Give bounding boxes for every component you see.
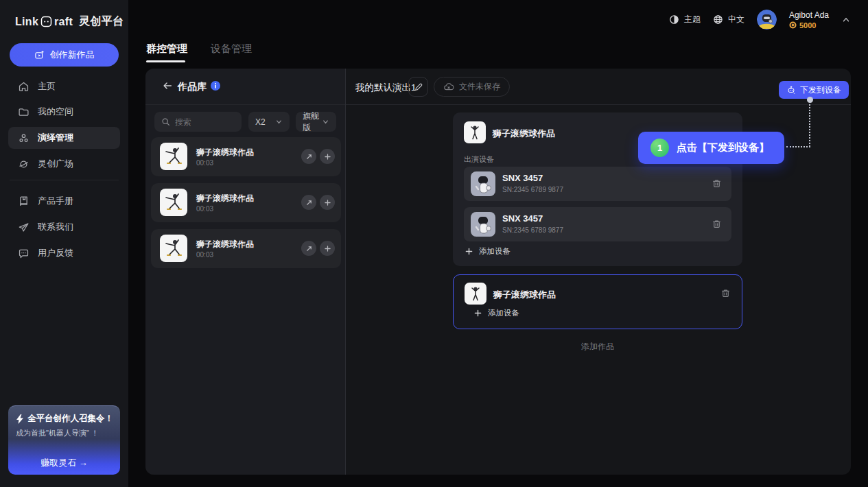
book-icon: [18, 195, 30, 207]
sidebar-item-contact-us[interactable]: 联系我们: [8, 216, 120, 238]
theme-toggle[interactable]: 主题: [669, 14, 701, 25]
work-duration: 00:03: [196, 205, 213, 213]
coin-balance: 5000: [789, 21, 829, 29]
connector-line-horizontal: [786, 146, 810, 147]
back-arrow-icon[interactable]: [162, 80, 173, 91]
step-number-badge: 1: [650, 139, 669, 157]
work-title: 狮子滚绣球作品: [196, 239, 254, 250]
user-name: Agibot Ada: [789, 10, 829, 20]
collapse-chevron-up-icon[interactable]: [841, 15, 851, 25]
robot-head-icon: [786, 85, 796, 95]
app-window: Link raft 灵创平台 创作新作品: [0, 0, 868, 487]
coin-icon: [789, 21, 797, 29]
save-status-pill: 文件未保存: [434, 77, 510, 97]
device-row[interactable]: SNX 3457 SN:2345 6789 9877: [464, 167, 731, 201]
brand-logo-pre: Link: [15, 16, 38, 28]
device-row[interactable]: SNX 3457 SN:2345 6789 9877: [464, 207, 731, 241]
expand-icon[interactable]: [301, 149, 316, 164]
add-device-button[interactable]: 添加设备: [465, 246, 511, 257]
library-header: 作品库: [145, 69, 345, 104]
user-avatar[interactable]: [757, 10, 777, 29]
work-duration: 00:03: [196, 251, 213, 259]
chevron-down-icon: [275, 118, 283, 126]
plus-icon: [465, 248, 473, 255]
add-to-stage-icon[interactable]: [320, 241, 335, 256]
language-switcher[interactable]: 中文: [713, 14, 744, 25]
user-meta: Agibot Ada 5000: [789, 10, 829, 29]
expand-icon[interactable]: [301, 241, 316, 256]
device-serial: SN:2345 6789 9877: [502, 226, 563, 234]
work-title: 狮子滚绣球作品: [493, 128, 555, 140]
speed-filter-dropdown[interactable]: X2: [248, 112, 290, 132]
edit-title-button[interactable]: [408, 77, 428, 97]
tooltip-text: 点击【下发到设备】: [677, 132, 769, 164]
sidebar-item-label: 产品手册: [38, 195, 73, 207]
sidebar-item-label: 联系我们: [38, 221, 73, 233]
creator-promo-card: 全平台创作人召集令！ 成为首批"机器人导演" ！ 赚取灵石 →: [8, 405, 120, 475]
sidebar-item-label: 灵创广场: [38, 158, 73, 170]
library-item[interactable]: 狮子滚绣球作品 00:03: [151, 183, 341, 222]
search-icon: [161, 117, 170, 126]
earn-lingshi-button[interactable]: 赚取灵石 →: [8, 450, 120, 475]
expand-icon[interactable]: [301, 195, 316, 210]
panel-header-divider: [145, 104, 851, 105]
work-thumbnail: [160, 189, 187, 216]
connector-dot: [807, 97, 813, 103]
brand-logo-post: raft: [54, 16, 73, 28]
add-work-button[interactable]: 添加作品: [453, 336, 742, 357]
trash-icon[interactable]: [712, 178, 722, 189]
group-icon: [18, 132, 30, 144]
add-to-stage-icon[interactable]: [320, 195, 335, 210]
tab-group-control[interactable]: 群控管理: [146, 43, 187, 62]
deploy-button-label: 下发到设备: [800, 84, 841, 96]
home-icon: [18, 81, 30, 93]
edition-filter-dropdown[interactable]: 旗舰版: [296, 112, 336, 132]
work-thumbnail: [160, 235, 187, 262]
tab-device-management[interactable]: 设备管理: [211, 43, 252, 62]
search-input[interactable]: [175, 117, 235, 127]
cloud-unsaved-icon: [443, 82, 454, 93]
theme-label: 主题: [684, 14, 701, 25]
sidebar: Link raft 灵创平台 创作新作品: [0, 0, 128, 487]
topbar-actions: 主题 中文 Agibot Ada: [669, 10, 851, 29]
work-title: 狮子滚绣球作品: [493, 289, 556, 301]
brand-robot-face-icon: [40, 16, 52, 27]
device-avatar: [471, 171, 495, 196]
planet-icon: [18, 158, 30, 170]
globe-icon: [713, 14, 723, 25]
video-plus-icon: [34, 50, 45, 60]
work-thumbnail: [465, 283, 486, 305]
sidebar-item-product-manual[interactable]: 产品手册: [8, 190, 120, 212]
library-item[interactable]: 狮子滚绣球作品 00:03: [151, 137, 341, 176]
sidebar-item-my-space[interactable]: 我的空间: [8, 101, 120, 123]
info-icon[interactable]: [211, 81, 220, 91]
work-title: 狮子滚绣球作品: [196, 147, 254, 158]
add-to-stage-icon[interactable]: [320, 149, 335, 164]
plus-icon: [474, 309, 482, 317]
main-tabs: 群控管理 设备管理: [146, 43, 252, 62]
library-item[interactable]: 狮子滚绣球作品 00:03: [151, 229, 341, 268]
sidebar-item-user-feedback[interactable]: 用户反馈: [8, 242, 120, 264]
create-new-work-button[interactable]: 创作新作品: [10, 43, 119, 67]
connector-line-vertical: [809, 104, 810, 147]
folder-icon: [18, 106, 30, 118]
library-title: 作品库: [178, 81, 207, 93]
sidebar-item-performance-management[interactable]: 演绎管理: [8, 127, 120, 149]
deploy-to-device-button[interactable]: 下发到设备: [779, 81, 849, 99]
save-status-text: 文件未保存: [459, 81, 500, 93]
device-avatar: [471, 212, 495, 237]
onboarding-tooltip: 1 点击【下发到设备】: [638, 132, 784, 164]
trash-icon[interactable]: [720, 288, 731, 298]
sidebar-item-lingchuang-square[interactable]: 灵创广场: [8, 153, 120, 175]
sidebar-item-label: 用户反馈: [38, 247, 73, 259]
add-device-button[interactable]: 添加设备: [474, 308, 519, 318]
promo-title: 全平台创作人召集令！: [16, 413, 113, 425]
sidebar-item-label: 我的空间: [38, 106, 73, 118]
panel-vertical-divider: [345, 69, 346, 475]
sidebar-divider: [10, 180, 119, 180]
trash-icon[interactable]: [712, 219, 722, 229]
create-new-work-label: 创作新作品: [50, 49, 95, 61]
sidebar-item-home[interactable]: 主页: [8, 75, 120, 97]
stage-work-card-selected[interactable]: 狮子滚绣球作品 添加设备: [453, 274, 742, 329]
library-search[interactable]: [154, 112, 242, 132]
